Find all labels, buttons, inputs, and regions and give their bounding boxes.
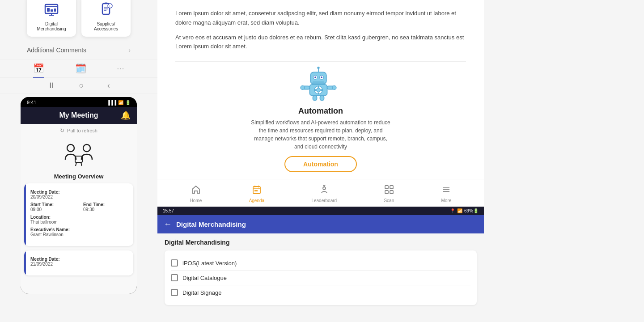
nav-icon-dots[interactable]: ··· [117,63,124,74]
meeting-date-field: Meeting Date: 20/09/2022 [30,190,127,199]
svg-rect-32 [321,89,322,91]
phone-time: 9:41 [27,100,36,105]
wifi-icon: 📶 [118,100,123,105]
svg-point-21 [314,76,316,78]
meeting-date-field-2: Meeting Date: 21/09/2022 [30,257,127,267]
start-time-value: 09:00 [30,207,74,212]
dm-checkbox-1[interactable] [171,259,178,267]
location-field: Location: Thai ballroom [30,215,127,225]
meeting-icon-area [21,137,137,173]
svg-rect-47 [390,186,393,189]
dots-icon: ··· [117,63,124,73]
svg-rect-29 [318,86,319,88]
chevron-right-icon: › [128,47,131,54]
exec-row: Executive's Name: Grant Rawlinson [30,227,127,237]
svg-rect-44 [256,190,258,191]
dm-screen: 15:57 📍 📶 69%🔋 ← Digital Merchandising D… [157,207,484,322]
nav-leaderboard[interactable]: Leaderboard [304,183,344,205]
nav-more[interactable]: More [434,183,459,205]
svg-point-35 [301,86,305,90]
end-time-label: End Time: [83,202,127,207]
nav-icon-calendar-active[interactable]: 📅 [33,63,44,74]
svg-point-28 [317,88,321,92]
lorem-text-1: Lorem ipsum dolor sit amet, consetetur s… [175,9,466,28]
dm-item-2[interactable]: Digital Catalogue [171,271,470,285]
app-bottom-nav: Home Agenda [157,179,484,207]
dm-time: 15:57 [163,208,174,213]
scan-icon [384,185,394,197]
phone-header: My Meeting 🔔 [21,107,137,124]
svg-rect-46 [385,186,388,189]
meeting-date-value-2: 21/09/2022 [30,262,127,267]
nav-home[interactable]: Home [183,183,209,205]
svg-rect-31 [314,89,316,91]
nav-home-label: Home [190,198,202,203]
exec-label: Executive's Name: [30,227,127,232]
svg-rect-43 [254,190,256,191]
battery-icon: 🔋 [125,100,131,105]
dm-wifi-icon: 📶 [457,208,462,213]
right-panel: Lorem ipsum dolor sit amet, consetetur s… [157,0,484,322]
home-icon [191,185,201,197]
digital-merchandising-icon [42,1,60,19]
additional-comments-label: Additional Comments [27,47,86,54]
phone-status-bar: 9:41 ▐▐▐ 📶 🔋 [21,97,137,107]
nav-icon-calendar2[interactable]: 🗓️ [75,63,86,74]
dm-header-title: Digital Merchandising [176,220,246,228]
calendar-inactive-icon: 🗓️ [75,63,86,74]
agenda-icon [252,185,262,197]
phone-body: ↻ Pull to refresh [21,124,137,294]
dm-status-icons: 📍 📶 69%🔋 [450,208,479,213]
automation-card: Automation Simplified workflows and AI-p… [157,62,484,179]
digital-merchandising-card[interactable]: Digital Merchandising [27,0,76,37]
svg-line-16 [76,162,76,166]
meeting-overview-label: Meeting Overview [21,173,137,183]
dm-status-bar: 15:57 📍 📶 69%🔋 [157,207,484,215]
dm-item-1-label: iPOS(Latest Version) [182,260,237,267]
svg-rect-49 [390,191,393,194]
svg-rect-30 [318,93,319,94]
start-time-field: Start Time: 09:00 [30,202,74,212]
signal-icon: ▐▐▐ [107,100,116,105]
meeting-time-row: Start Time: 09:00 End Time: 09:30 [30,202,127,212]
location-row: Location: Thai ballroom [30,215,127,225]
dm-battery-icon: 69%🔋 [464,208,479,213]
dm-item-1[interactable]: iPOS(Latest Version) [171,256,470,271]
meeting-date-row-2: Meeting Date: 21/09/2022 [30,257,127,267]
nav-leaderboard-label: Leaderboard [311,198,337,203]
dm-item-3[interactable]: Digital Signage [171,285,470,300]
svg-point-36 [332,86,336,90]
automation-button[interactable]: Automation [284,156,357,172]
dm-checkbox-3[interactable] [171,289,178,296]
end-time-field: End Time: 09:30 [83,202,127,212]
back-icon[interactable]: ‹ [107,81,110,90]
meeting-card-2[interactable]: Meeting Date: 21/09/2022 [24,250,133,275]
location-value: Thai ballroom [30,220,127,225]
bell-icon[interactable]: 🔔 [121,110,131,120]
meeting-card-1[interactable]: Meeting Date: 20/09/2022 Start Time: 09:… [24,183,133,246]
nav-scan[interactable]: Scan [377,183,401,205]
nav-agenda[interactable]: Agenda [242,183,271,205]
right-content-area: Lorem ipsum dolor sit amet, consetetur s… [157,0,484,322]
additional-comments-row[interactable]: Additional Comments › [0,41,157,59]
svg-line-17 [81,162,82,166]
svg-rect-48 [385,191,388,194]
svg-rect-38 [320,96,324,101]
meeting-date-row: Meeting Date: 20/09/2022 [30,190,127,199]
nav-scan-label: Scan [384,198,394,203]
phone-header-title: My Meeting [59,111,98,119]
svg-rect-2 [47,8,50,12]
meeting-date-value: 20/09/2022 [30,195,127,199]
phone-mockup-wrapper: 9:41 ▐▐▐ 📶 🔋 My Meeting 🔔 ↻ Pull to refr… [0,93,157,294]
dm-item-2-label: Digital Catalogue [182,275,227,281]
dm-back-button[interactable]: ← [164,220,172,229]
calendar-active-icon: 📅 [33,63,44,74]
svg-rect-4 [54,8,56,12]
automation-description: Simplified workflows and AI-powered auto… [249,119,392,151]
circle-icon[interactable]: ○ [79,81,84,90]
dm-checkbox-2[interactable] [171,274,178,281]
supplies-accessories-card[interactable]: + Supplies/ Accessories [81,0,131,37]
end-time-value: 09:30 [83,207,127,212]
svg-point-14 [83,144,90,152]
pause-icon[interactable]: ⏸ [47,81,55,90]
